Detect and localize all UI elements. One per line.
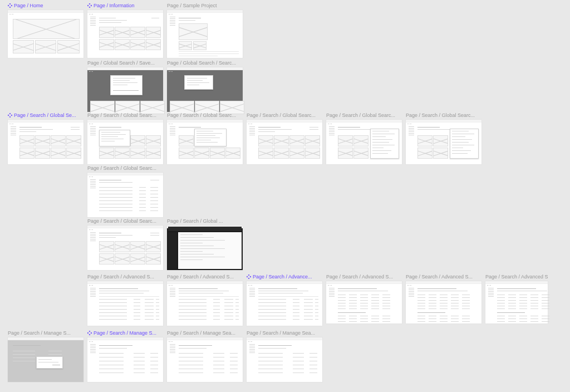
frame-title[interactable]: Page / Information [87,2,163,9]
frame[interactable]: Page / Search / Advance... [247,273,322,326]
frame[interactable]: Page / Search / Global Se... [8,112,83,164]
frame-thumbnail[interactable] [167,281,243,326]
frame-thumbnail[interactable] [167,337,243,382]
frame[interactable]: Page / Search / Manage S... [87,330,163,382]
svg-rect-16 [89,331,91,332]
frame[interactable]: Page / Search / Advanced S... [167,273,243,326]
frame-thumbnail[interactable] [247,281,322,326]
svg-rect-10 [11,115,12,116]
svg-rect-19 [89,334,91,335]
frame-title[interactable]: Page / Search / Advanced S... [485,273,548,280]
frame-thumbnail[interactable] [406,120,481,164]
frame-title[interactable]: Page / Search / Global Searc... [87,218,163,224]
frame-title-text: Page / Search / Manage Sea... [247,330,315,336]
frame-title[interactable]: Page / Search / Global Searc... [247,112,322,119]
frame[interactable]: Page / Search / Advanced S... [326,273,402,324]
frame-thumbnail[interactable] [326,120,402,164]
frame-title[interactable]: Page / Search / Advance... [247,273,322,280]
frame-title[interactable]: Page / Search / Advanced S... [406,273,481,280]
frame-title-text: Page / Global Search / Save... [87,60,155,66]
frame-title-text: Page / Search / Global Searc... [87,165,156,171]
frame[interactable]: Page / Search / Advanced S... [406,273,481,324]
frame-thumbnail[interactable] [167,10,243,58]
svg-rect-3 [9,7,11,8]
frame-thumbnail[interactable] [167,67,243,112]
frame-title[interactable]: Page / Search / Global Searc... [326,112,402,119]
frame-thumbnail[interactable] [87,281,163,326]
frame-title-text: Page / Search / Advance... [253,274,312,280]
svg-rect-14 [250,276,251,278]
frame-title[interactable]: Page / Search / Advanced S... [326,273,402,280]
frame-thumbnail[interactable] [167,120,243,164]
frame[interactable]: Page / Search / Global Searc... [87,112,163,164]
frame-thumbnail[interactable] [8,337,83,382]
frame-title[interactable]: Page / Search / Manage Sea... [247,330,322,336]
frame[interactable]: Page / Sample Project [167,2,243,58]
frame-thumbnail[interactable] [485,281,548,324]
frame-title[interactable]: Page / Global Search / Save... [87,60,163,66]
frame[interactable]: Page / Global Search / Searc... [167,60,243,112]
frame-thumbnail[interactable] [8,120,83,164]
frame-title[interactable]: Page / Search / Manage S... [8,330,83,336]
frame-title-text: Page / Sample Project [167,3,217,8]
frame-title-text: Page / Home [14,3,43,8]
frame-thumbnail[interactable] [87,67,163,112]
frame-title[interactable]: Page / Sample Project [167,2,243,9]
frame[interactable]: Page / Search / Global ... [167,218,243,270]
frame[interactable]: Page / Search / Manage S... [8,330,83,382]
frame[interactable]: Page / Search / Global Searc... [87,165,163,217]
frame-thumbnail[interactable] [8,10,83,58]
svg-rect-15 [248,278,250,279]
component-icon [87,331,92,335]
frame-title-text: Page / Information [94,3,135,8]
frame-title[interactable]: Page / Search / Advanced S... [87,273,163,280]
frame-thumbnail[interactable] [247,120,322,164]
frame[interactable]: Page / Information [87,2,163,58]
frame-title-text: Page / Search / Global Searc... [326,112,395,118]
frame-title-text: Page / Search / Global Searc... [247,112,316,118]
frame-title[interactable]: Page / Search / Global Searc... [406,112,481,119]
frame-title[interactable]: Page / Search / Global Se... [8,112,83,119]
svg-rect-0 [9,3,11,4]
frame-title-text: Page / Global Search / Searc... [167,60,236,66]
frame-thumbnail[interactable] [87,120,163,164]
frame-title[interactable]: Page / Search / Manage Sea... [167,330,243,336]
frame-thumbnail[interactable] [87,10,163,58]
frame-title-text: Page / Search / Global ... [167,218,223,224]
frame[interactable]: Page / Search / Advanced S... [87,273,163,326]
figma-canvas[interactable]: Page / Home Page / Information [0,0,570,392]
frame-thumbnail[interactable] [326,281,402,324]
frame-title[interactable]: Page / Global Search / Searc... [167,60,243,66]
frame-title-text: Page / Search / Global Searc... [167,112,236,118]
frame-thumbnail[interactable] [406,281,481,324]
frame[interactable]: Page / Search / Global Searc... [87,218,163,270]
frame-title-text: Page / Search / Manage S... [8,330,71,336]
frame-thumbnail[interactable] [87,337,163,382]
frame[interactable]: Page / Search / Manage Sea... [167,330,243,382]
svg-rect-1 [8,5,9,7]
frame-title[interactable]: Page / Search / Global Searc... [167,112,243,119]
frame[interactable]: Page / Search / Manage Sea... [247,330,322,382]
svg-rect-4 [89,3,91,4]
frame[interactable]: Page / Global Search / Save... [87,60,163,112]
frame[interactable]: Page / Search / Global Searc... [326,112,402,164]
frame[interactable]: Page / Search / Global Searc... [406,112,481,164]
frame-title[interactable]: Page / Search / Global Searc... [87,165,163,171]
frame[interactable]: Page / Search / Global Searc... [167,112,243,164]
frame-thumbnail[interactable] [167,226,243,270]
frame-thumbnail[interactable] [87,173,163,217]
component-icon [8,3,12,8]
frame-thumbnail[interactable] [87,226,163,270]
frame-title-text: Page / Search / Advanced S... [406,274,473,280]
frame-title[interactable]: Page / Search / Global ... [167,218,243,224]
frame-title[interactable]: Page / Search / Global Searc... [87,112,163,119]
frame-title-text: Page / Search / Advanced S... [167,274,234,280]
frame-title[interactable]: Page / Search / Advanced S... [167,273,243,280]
frame[interactable]: Page / Home [8,2,83,58]
frame[interactable]: Page / Search / Advanced S... [485,273,548,324]
frame-title[interactable]: Page / Search / Manage S... [87,330,163,336]
frame-thumbnail[interactable] [247,337,322,382]
frame-title[interactable]: Page / Home [8,2,83,9]
frame[interactable]: Page / Search / Global Searc... [247,112,322,164]
svg-rect-2 [11,5,12,7]
